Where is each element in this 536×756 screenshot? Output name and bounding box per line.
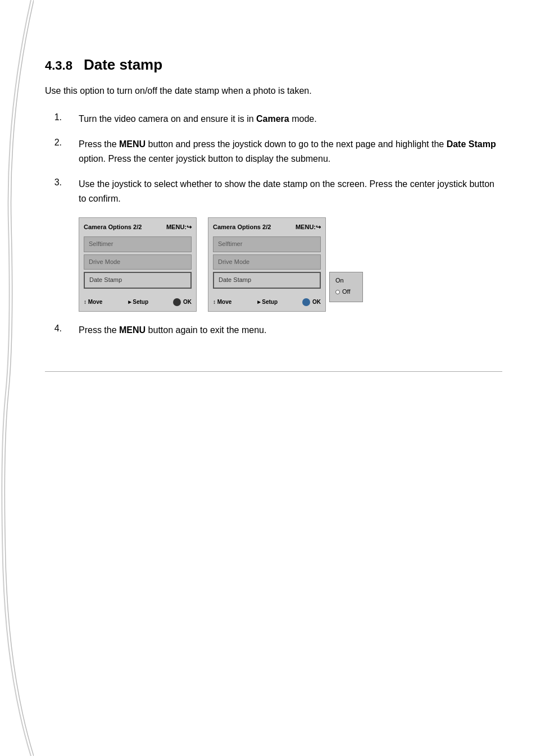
ok-circle-2 (302, 298, 310, 306)
camera-screen-2-footer: ↕ Move ►Setup OK (213, 298, 321, 307)
radio-off (335, 290, 340, 294)
section-title: Date stamp (84, 56, 162, 74)
step-1-bold: Camera (256, 114, 289, 124)
page-content: 4.3.8 Date stamp Use this option to turn… (45, 0, 502, 406)
section-number: 4.3.8 (45, 58, 72, 73)
steps-list: 1. Turn the video camera on and ensure i… (45, 112, 502, 338)
camera-screen-2-title: Camera Options 2/2 (213, 222, 271, 233)
step-3: 3. Use the joystick to select whether to… (45, 177, 502, 312)
camera-screen-2-item-drivemode: Drive Mode (213, 254, 321, 270)
step-1-content: Turn the video camera on and ensure it i… (79, 112, 502, 126)
camera-screen-2-move: ↕ Move (213, 298, 231, 307)
camera-screen-2-item-datestamp: Date Stamp (213, 272, 321, 289)
camera-screen-1-item-datestamp: Date Stamp (84, 272, 192, 289)
camera-screen-2-item-selftimer: Selftimer (213, 236, 321, 252)
step-4-bold: MENU (119, 325, 146, 335)
camera-screen-1-item-selftimer: Selftimer (84, 236, 192, 252)
step-4: 4. Press the MENU button again to exit t… (45, 323, 502, 338)
camera-screen-2: Camera Options 2/2 MENU:↪ Selftimer Driv… (208, 217, 326, 312)
camera-screen-2-setup: ►Setup (256, 298, 278, 307)
section-heading: 4.3.8 Date stamp (45, 56, 502, 74)
step-2: 2. Press the MENU button and press the j… (45, 137, 502, 166)
camera-screen-1-footer: ↕ Move ►Setup OK (84, 298, 192, 307)
camera-screen-1-header: Camera Options 2/2 MENU:↪ (84, 222, 192, 233)
submenu-on-label: On (335, 276, 344, 286)
step-3-number: 3. (45, 177, 62, 188)
step-1: 1. Turn the video camera on and ensure i… (45, 112, 502, 126)
camera-screen-2-menu-icon: MENU:↪ (296, 222, 321, 233)
left-decoration (0, 0, 34, 756)
camera-screen-2-ok: OK (302, 298, 321, 307)
step-2-bold2: Date Stamp (447, 139, 496, 149)
camera-screen-1: Camera Options 2/2 MENU:↪ Selftimer Driv… (79, 217, 197, 312)
camera-screen-1-title: Camera Options 2/2 (84, 222, 142, 233)
submenu-container: Date Stamp On Off (213, 272, 321, 289)
submenu-off-label: Off (342, 287, 350, 297)
step-4-content: Press the MENU button again to exit the … (79, 323, 502, 338)
camera-screen-2-header: Camera Options 2/2 MENU:↪ (213, 222, 321, 233)
step-2-number: 2. (45, 137, 62, 148)
step-2-bold1: MENU (119, 139, 146, 149)
camera-screen-1-setup: ►Setup (127, 298, 148, 307)
step-2-content: Press the MENU button and press the joys… (79, 137, 502, 166)
submenu-option-off: Off (335, 287, 357, 297)
camera-screen-1-item-drivemode: Drive Mode (84, 254, 192, 270)
step-1-number: 1. (45, 112, 62, 122)
ok-circle-1 (173, 298, 181, 306)
intro-paragraph: Use this option to turn on/off the date … (45, 84, 502, 98)
submenu-option-on: On (335, 276, 357, 286)
step-4-number: 4. (45, 323, 62, 334)
bottom-divider (45, 371, 502, 372)
submenu-popup: On Off (329, 272, 363, 302)
camera-screen-1-move: ↕ Move (84, 298, 102, 307)
camera-screen-1-menu-icon: MENU:↪ (166, 222, 192, 233)
screenshots-container: Camera Options 2/2 MENU:↪ Selftimer Driv… (79, 217, 502, 312)
camera-screen-1-ok: OK (173, 298, 192, 307)
step-3-content: Use the joystick to select whether to sh… (79, 177, 502, 312)
